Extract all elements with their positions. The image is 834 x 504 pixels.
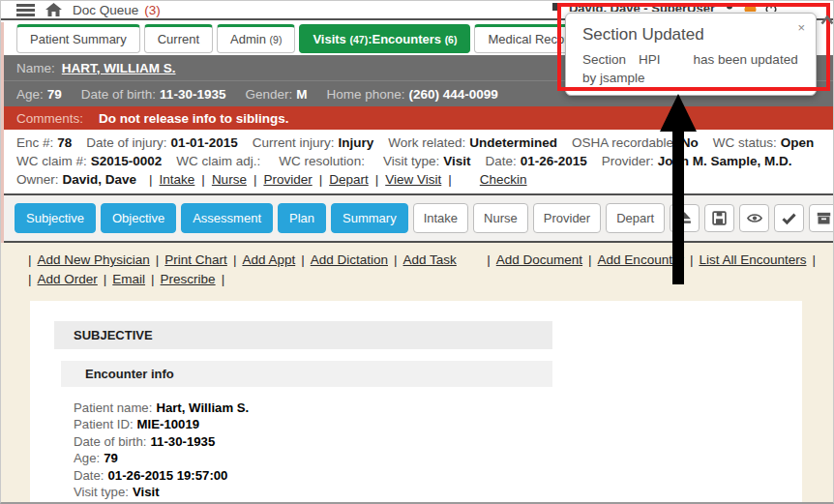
updated-section-name: HPI <box>639 52 661 67</box>
hamburger-menu-icon[interactable] <box>16 4 35 16</box>
summary-button[interactable]: Summary <box>331 203 408 233</box>
encounter-header: Enc #:78 Date of injury:01-01-2015 Curre… <box>1 130 833 195</box>
separator: | <box>301 252 305 269</box>
detail-row: Date:01-26-2015 19:57:00 <box>74 467 802 484</box>
separator: | <box>487 252 491 269</box>
separator: | <box>149 170 153 189</box>
plan-button[interactable]: Plan <box>278 203 326 233</box>
check-icon[interactable] <box>774 204 804 232</box>
separator: | <box>28 271 32 288</box>
separator: | <box>319 170 323 189</box>
detail-row: Patient name:Hart, William S. <box>74 400 802 416</box>
home-icon[interactable] <box>45 3 62 16</box>
note-panel: SUBJECTIVE Encounter info Patient name:H… <box>30 301 802 504</box>
separator: | <box>690 252 694 269</box>
user-name: David, Dave - SuperUser <box>569 1 715 12</box>
email-link[interactable]: Email <box>112 271 145 288</box>
visit-content-area: | Add New Physician | Print Chart | Add … <box>1 243 833 504</box>
separator: | <box>812 252 816 269</box>
logout-power-icon[interactable] <box>765 3 777 12</box>
person-icon[interactable] <box>724 3 735 12</box>
separator: | <box>222 271 225 288</box>
provider-link[interactable]: Provider <box>263 170 312 189</box>
owner-value: David, Dave <box>63 172 137 187</box>
separator: | <box>588 252 592 269</box>
name-label: Name: <box>16 61 55 75</box>
objective-button[interactable]: Objective <box>101 203 176 233</box>
depart-button[interactable]: Depart <box>606 203 665 233</box>
age-value: 79 <box>47 87 62 102</box>
patient-name-link[interactable]: HART, WILLIAM S. <box>62 61 176 75</box>
list-all-encounters-link[interactable]: List All Encounters <box>699 252 806 269</box>
tab-visits-encounters[interactable]: Visits (47):Encounters (6) <box>299 24 470 53</box>
add-dictation-link[interactable]: Add Dictation <box>311 252 388 269</box>
add-task-link[interactable]: Add Task <box>403 252 457 269</box>
separator: | <box>253 170 257 189</box>
add-document-link[interactable]: Add Document <box>496 252 582 269</box>
depart-link[interactable]: Depart <box>329 170 369 189</box>
encounter-row-1: Enc #:78 Date of injury:01-01-2015 Curre… <box>16 133 823 152</box>
nurse-button[interactable]: Nurse <box>473 203 528 233</box>
tab-current[interactable]: Current <box>144 24 213 53</box>
intake-link[interactable]: Intake <box>160 170 195 189</box>
note-toolbar: Subjective Objective Assessment Plan Sum… <box>1 195 833 243</box>
subjective-section-header[interactable]: SUBJECTIVE <box>54 321 552 349</box>
owner-label: Owner: <box>16 172 59 187</box>
action-links-row-1: | Add New Physician | Print Chart | Add … <box>1 252 833 269</box>
separator: | <box>28 252 32 269</box>
detail-row: Date of birth:11-30-1935 <box>74 433 802 450</box>
intake-button[interactable]: Intake <box>413 203 468 233</box>
toolbar-right-group: Intake Nurse Provider Depart <box>413 203 834 233</box>
section-updated-popup: × Section Updated SectionHPIhas been upd… <box>565 13 817 96</box>
prescribe-link[interactable]: Prescribe <box>161 271 216 288</box>
separator: | <box>448 170 452 189</box>
comments-bar: Comments: Do not release info to sibling… <box>1 106 833 130</box>
add-new-physician-link[interactable]: Add New Physician <box>38 252 150 269</box>
eye-icon[interactable] <box>739 204 769 232</box>
home-phone-value: (260) 444-0099 <box>409 87 498 102</box>
home-phone-label: Home phone: <box>326 87 404 102</box>
tab-patient-summary[interactable]: Patient Summary <box>16 24 140 53</box>
encounter-info-subheader[interactable]: Encounter info <box>61 361 552 387</box>
left-edge-accent <box>1 22 4 243</box>
archive-icon[interactable] <box>809 204 834 232</box>
save-icon[interactable] <box>704 204 734 232</box>
separator: | <box>104 271 107 288</box>
separator: | <box>156 252 160 269</box>
gender-label: Gender: <box>245 87 292 102</box>
app-window: Doc Queue (3) Patient Summary Current Ad… <box>0 0 834 504</box>
view-visit-link[interactable]: View Visit <box>385 170 441 189</box>
dob-value: 11-30-1935 <box>160 87 225 102</box>
doc-queue-count: (3) <box>144 3 161 17</box>
subjective-button[interactable]: Subjective <box>15 203 96 233</box>
checkin-link[interactable]: Checkin <box>480 170 527 189</box>
annotation-arrow-shaft <box>672 130 684 284</box>
assessment-button[interactable]: Assessment <box>181 203 273 233</box>
detail-row: Location:Office <box>74 500 802 504</box>
add-encounter-link[interactable]: Add Encounter <box>598 252 684 269</box>
detail-row: Patient ID:MIE-10019 <box>74 416 802 432</box>
action-links-row-2: | Add Order | Email | Prescribe | <box>1 269 833 288</box>
detail-row: Visit type:Visit <box>74 484 802 500</box>
add-appt-link[interactable]: Add Appt <box>242 252 295 269</box>
alert-icon[interactable] <box>744 3 757 12</box>
popup-title: Section Updated <box>582 25 802 44</box>
page-title: Doc Queue <box>73 3 138 17</box>
close-icon[interactable]: × <box>797 20 805 35</box>
user-menu[interactable]: David, Dave - SuperUser <box>552 1 777 12</box>
nurse-link[interactable]: Nurse <box>212 170 247 189</box>
gender-value: M <box>296 87 307 102</box>
tab-admin[interactable]: Admin (9) <box>217 24 295 53</box>
age-label: Age: <box>16 87 44 102</box>
comments-text: Do not release info to siblings. <box>99 111 289 126</box>
provider-button[interactable]: Provider <box>533 203 601 233</box>
encounter-info-details: Patient name:Hart, William S. Patient ID… <box>74 400 802 504</box>
separator: | <box>375 170 379 189</box>
status-square-icon <box>552 3 560 11</box>
annotation-arrow-head <box>660 94 697 132</box>
encounter-row-3: Owner:David, Dave | Intake | Nurse | Pro… <box>16 170 823 189</box>
encounter-row-2: WC claim #:S2015-0002 WC claim adj.: WC … <box>16 152 823 170</box>
add-order-link[interactable]: Add Order <box>38 271 98 288</box>
print-chart-link[interactable]: Print Chart <box>164 252 227 269</box>
collapse-chevron-icon[interactable] <box>820 15 834 25</box>
